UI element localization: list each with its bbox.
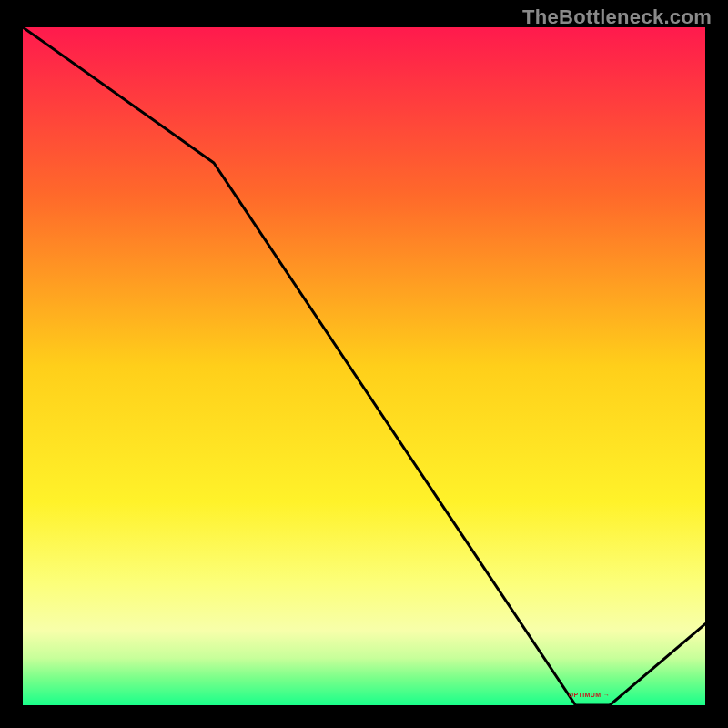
plot-area: OPTIMUM → bbox=[23, 27, 705, 705]
gradient-background bbox=[23, 27, 705, 705]
svg-rect-0 bbox=[23, 27, 705, 705]
chart-container: TheBottleneck.com OPTIMUM → bbox=[0, 0, 728, 728]
attribution-text: TheBottleneck.com bbox=[522, 5, 712, 29]
